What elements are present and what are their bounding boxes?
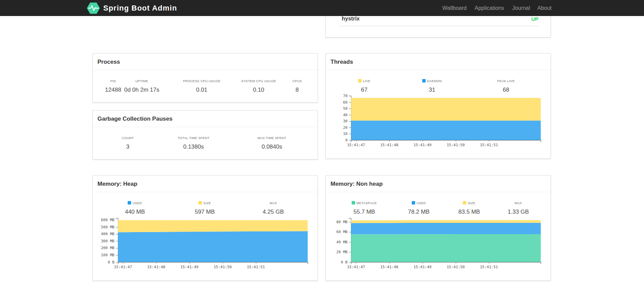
metric-uptime-label: UPTIME bbox=[124, 79, 159, 83]
metric-heap-max: MAX 4.25 GB bbox=[263, 201, 284, 216]
svg-text:10: 10 bbox=[343, 132, 348, 136]
metaspace-swatch-icon bbox=[352, 201, 355, 204]
metric-uptime-value: 0d 0h 2m 17s bbox=[124, 86, 159, 94]
metric-gc-total: TOTAL TIME SPENT 0.1380s bbox=[178, 136, 210, 151]
svg-text:40: 40 bbox=[343, 113, 348, 117]
svg-text:15:41:50: 15:41:50 bbox=[447, 265, 465, 269]
metric-cpus: CPUS 8 bbox=[292, 79, 302, 94]
heap-size-swatch-icon bbox=[199, 201, 202, 204]
nav-wallboard[interactable]: Wallboard bbox=[442, 0, 466, 16]
heap-card-title: Memory: Heap bbox=[97, 181, 137, 187]
metric-threads-live-label: LIVE bbox=[358, 79, 370, 83]
svg-text:60 MB: 60 MB bbox=[336, 230, 348, 234]
heap-used-swatch-icon bbox=[128, 201, 131, 204]
svg-text:80 MB: 80 MB bbox=[336, 220, 348, 224]
metric-uptime: UPTIME 0d 0h 2m 17s bbox=[124, 79, 159, 94]
svg-text:15:41:49: 15:41:49 bbox=[181, 265, 199, 269]
svg-text:50: 50 bbox=[343, 106, 348, 111]
metric-nonheap-used: USED 78.2 MB bbox=[408, 201, 429, 216]
heap-card-divider bbox=[93, 192, 318, 192]
live-swatch-icon bbox=[358, 79, 362, 82]
metric-cpus-label: CPUS bbox=[292, 79, 302, 83]
metric-process-cpu-value: 0.01 bbox=[183, 86, 220, 94]
daemon-swatch-icon bbox=[422, 79, 426, 82]
process-card: Process PID 12488 UPTIME 0d 0h 2m 17s PR… bbox=[92, 53, 318, 103]
threads-card-divider bbox=[326, 70, 551, 70]
navbar: Spring Boot Admin Wallboard Applications… bbox=[0, 0, 644, 16]
svg-text:15:41:50: 15:41:50 bbox=[447, 143, 465, 147]
svg-text:15:41:48: 15:41:48 bbox=[380, 143, 398, 147]
svg-text:15:41:47: 15:41:47 bbox=[114, 265, 132, 269]
metric-process-cpu: PROCESS CPU USAGE 0.01 bbox=[183, 79, 220, 94]
nonheap-card-title: Memory: Non heap bbox=[331, 181, 383, 187]
metric-gc-max-label: MAX TIME SPENT bbox=[258, 136, 286, 140]
application-name[interactable]: hystrix bbox=[342, 15, 359, 22]
metric-pid: PID 12488 bbox=[105, 79, 121, 94]
svg-text:15:41:48: 15:41:48 bbox=[147, 265, 165, 269]
metric-heap-max-label: MAX bbox=[263, 201, 284, 206]
gc-card-divider bbox=[93, 127, 318, 127]
metric-cpus-value: 8 bbox=[292, 86, 302, 94]
metric-gc-count-value: 3 bbox=[122, 143, 134, 151]
nav-applications[interactable]: Applications bbox=[475, 0, 504, 16]
metric-gc-count: COUNT 3 bbox=[122, 136, 134, 151]
metric-threads-daemon-label: DAEMON bbox=[422, 79, 442, 83]
threads-chart: 01020304050607015:41:4715:41:4815:41:491… bbox=[325, 92, 551, 152]
metric-nonheap-max: MAX 1.33 GB bbox=[508, 201, 529, 216]
svg-text:500 MB: 500 MB bbox=[101, 225, 114, 229]
metric-nonheap-max-label: MAX bbox=[508, 201, 529, 206]
process-card-divider bbox=[93, 70, 318, 70]
metric-nonheap-used-label: USED bbox=[408, 201, 429, 206]
metric-nonheap-metaspace-label: METASPACE bbox=[352, 201, 377, 206]
svg-text:15:41:47: 15:41:47 bbox=[347, 265, 365, 269]
heap-chart: 0 B100 MB200 MB300 MB400 MB500 MB600 MB1… bbox=[92, 215, 318, 273]
svg-text:400 MB: 400 MB bbox=[101, 232, 114, 236]
metric-process-cpu-label: PROCESS CPU USAGE bbox=[183, 79, 220, 83]
brand-title: Spring Boot Admin bbox=[103, 0, 177, 16]
svg-text:20: 20 bbox=[343, 125, 348, 130]
svg-text:100 MB: 100 MB bbox=[101, 253, 114, 257]
svg-text:70: 70 bbox=[343, 94, 348, 98]
metric-gc-total-value: 0.1380s bbox=[178, 143, 210, 151]
application-row-divider bbox=[339, 26, 538, 26]
svg-text:15:41:49: 15:41:49 bbox=[414, 143, 432, 147]
svg-text:15:41:51: 15:41:51 bbox=[247, 265, 265, 269]
metric-system-cpu-label: SYSTEM CPU USAGE bbox=[241, 79, 276, 83]
svg-text:600 MB: 600 MB bbox=[101, 218, 114, 222]
metric-threads-peak-label: PEAK LIVE bbox=[497, 79, 515, 83]
metric-gc-count-label: COUNT bbox=[122, 136, 134, 140]
metric-nonheap-metaspace: METASPACE 55.7 MB bbox=[352, 201, 377, 216]
svg-text:20 MB: 20 MB bbox=[336, 250, 348, 254]
metric-gc-total-label: TOTAL TIME SPENT bbox=[178, 136, 210, 140]
svg-text:15:41:47: 15:41:47 bbox=[347, 143, 365, 147]
svg-text:30: 30 bbox=[343, 119, 348, 123]
process-card-title: Process bbox=[97, 59, 120, 65]
application-status-badge: UP bbox=[531, 16, 538, 22]
metric-nonheap-size-label: SIZE bbox=[458, 201, 480, 206]
metric-heap-size: SIZE 597 MB bbox=[195, 201, 215, 216]
nonheap-card-divider bbox=[326, 192, 551, 192]
svg-text:300 MB: 300 MB bbox=[101, 239, 114, 243]
svg-text:0 B: 0 B bbox=[341, 260, 348, 264]
svg-text:15:41:49: 15:41:49 bbox=[414, 265, 432, 269]
nav-journal[interactable]: Journal bbox=[512, 0, 530, 16]
metric-system-cpu-value: 0.10 bbox=[241, 86, 276, 94]
metric-system-cpu: SYSTEM CPU USAGE 0.10 bbox=[241, 79, 276, 94]
svg-text:15:41:48: 15:41:48 bbox=[380, 265, 398, 269]
gc-card: Garbage Collection Pauses COUNT 3 TOTAL … bbox=[92, 110, 318, 159]
metric-heap-size-label: SIZE bbox=[195, 201, 215, 206]
metric-nonheap-size: SIZE 83.5 MB bbox=[458, 201, 480, 216]
nonheap-used-swatch-icon bbox=[412, 201, 415, 204]
svg-text:0 B: 0 B bbox=[108, 260, 114, 264]
nonheap-chart: 0 B20 MB40 MB60 MB80 MB15:41:4715:41:481… bbox=[325, 215, 551, 273]
nav-about[interactable]: About bbox=[537, 0, 552, 16]
svg-text:200 MB: 200 MB bbox=[101, 246, 114, 250]
nonheap-size-swatch-icon bbox=[463, 201, 466, 204]
svg-text:15:41:51: 15:41:51 bbox=[480, 265, 498, 269]
metric-heap-used-label: USED bbox=[125, 201, 145, 206]
metric-pid-value: 12488 bbox=[105, 86, 121, 94]
metric-heap-used: USED 440 MB bbox=[125, 201, 145, 216]
svg-text:0: 0 bbox=[345, 138, 348, 142]
svg-text:40 MB: 40 MB bbox=[336, 240, 348, 244]
metric-gc-max-value: 0.0840s bbox=[258, 143, 286, 151]
